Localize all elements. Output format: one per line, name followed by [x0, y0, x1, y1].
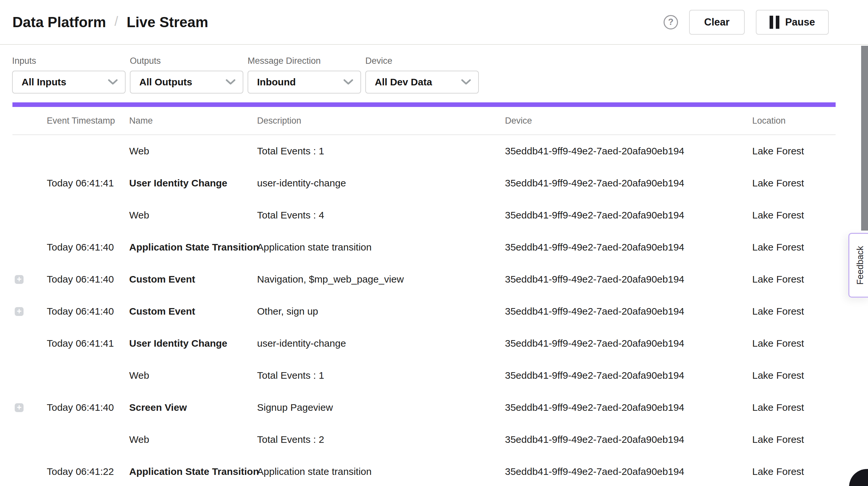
chevron-down-icon: [343, 79, 353, 85]
table-row[interactable]: Today 06:41:22 Application State Transit…: [0, 456, 868, 486]
cell-name: Web: [129, 370, 257, 381]
filter-group: Message Direction Inbound: [248, 56, 361, 94]
vertical-scrollbar-thumb[interactable]: [861, 46, 868, 231]
cell-name: Custom Event: [129, 306, 257, 317]
help-icon[interactable]: ?: [663, 15, 678, 29]
dropdown-selected-value: Inbound: [257, 77, 296, 88]
chevron-down-icon: [461, 79, 471, 85]
cell-description: Total Events : 1: [257, 146, 505, 157]
cell-location: Lake Forest: [752, 210, 868, 221]
clear-button[interactable]: Clear: [689, 10, 745, 35]
cell-description: Application state transition: [257, 466, 505, 477]
cell-name: Application State Transition: [129, 242, 257, 253]
cell-name: User Identity Change: [129, 178, 257, 189]
table-row[interactable]: Today 06:41:40 Custom Event Other, sign …: [0, 295, 868, 327]
expand-row-button[interactable]: [15, 307, 24, 316]
page-title: Live Stream: [127, 14, 208, 30]
chevron-down-icon: [226, 79, 236, 85]
cell-event-timestamp: Today 06:41:41: [47, 338, 129, 349]
table-row[interactable]: Today 06:41:40 Screen View Signup Pagevi…: [0, 392, 868, 424]
filter-dropdown-device[interactable]: All Dev Data: [365, 71, 479, 94]
cell-description: Total Events : 1: [257, 370, 505, 381]
column-header-device: Device: [505, 116, 752, 126]
table-row[interactable]: Today 06:41:41 User Identity Change user…: [0, 327, 868, 359]
cell-location: Lake Forest: [752, 146, 868, 157]
cell-device: 35eddb41-9ff9-49e2-7aed-20afa90eb194: [505, 178, 752, 189]
cell-device: 35eddb41-9ff9-49e2-7aed-20afa90eb194: [505, 402, 752, 413]
column-header-name: Name: [129, 116, 257, 126]
cell-name: Web: [129, 434, 257, 445]
cell-location: Lake Forest: [752, 402, 868, 413]
filter-label: Inputs: [12, 56, 126, 66]
cell-event-timestamp: Today 06:41:40: [47, 274, 129, 285]
cell-event-timestamp: Today 06:41:40: [47, 402, 129, 413]
cell-device: 35eddb41-9ff9-49e2-7aed-20afa90eb194: [505, 274, 752, 285]
feedback-tab[interactable]: Feedback: [848, 233, 868, 298]
dropdown-selected-value: All Inputs: [22, 77, 66, 88]
breadcrumb-root[interactable]: Data Platform: [12, 14, 106, 30]
filter-label: Device: [365, 56, 479, 66]
pause-button[interactable]: Pause: [756, 10, 829, 35]
breadcrumb: Data Platform / Live Stream: [12, 14, 208, 30]
cell-location: Lake Forest: [752, 466, 868, 477]
table-row[interactable]: Today 06:41:41 User Identity Change user…: [0, 167, 868, 199]
cell-device: 35eddb41-9ff9-49e2-7aed-20afa90eb194: [505, 370, 752, 381]
cell-device: 35eddb41-9ff9-49e2-7aed-20afa90eb194: [505, 242, 752, 253]
feedback-tab-label: Feedback: [855, 246, 865, 285]
cell-name: Web: [129, 146, 257, 157]
stream-progress-bar: [12, 102, 836, 107]
cell-name: Application State Transition: [129, 466, 257, 477]
cell-location: Lake Forest: [752, 178, 868, 189]
cell-description: user-identity-change: [257, 338, 505, 349]
cell-description: Navigation, $mp_web_page_view: [257, 274, 505, 285]
table-row[interactable]: Web Total Events : 4 35eddb41-9ff9-49e2-…: [0, 199, 868, 231]
cell-name: Screen View: [129, 402, 257, 413]
cell-device: 35eddb41-9ff9-49e2-7aed-20afa90eb194: [505, 338, 752, 349]
cell-description: Total Events : 4: [257, 210, 505, 221]
expand-row-button[interactable]: [15, 403, 24, 412]
dropdown-selected-value: All Outputs: [139, 77, 192, 88]
expand-row-button[interactable]: [15, 275, 24, 284]
table-row[interactable]: Web Total Events : 2 35eddb41-9ff9-49e2-…: [0, 424, 868, 456]
cell-name: Custom Event: [129, 274, 257, 285]
header-actions: ? Clear Pause: [663, 10, 868, 35]
filter-group: Device All Dev Data: [365, 56, 479, 94]
column-header-event-timestamp: Event Timestamp: [47, 116, 129, 126]
cell-event-timestamp: Today 06:41:40: [47, 306, 129, 317]
filter-dropdown-inputs[interactable]: All Inputs: [12, 71, 126, 94]
filter-group: Outputs All Outputs: [130, 56, 243, 94]
cell-description: Other, sign up: [257, 306, 505, 317]
filter-dropdown-outputs[interactable]: All Outputs: [130, 71, 243, 94]
chevron-down-icon: [108, 79, 118, 85]
cell-location: Lake Forest: [752, 434, 868, 445]
filter-label: Outputs: [130, 56, 243, 66]
table-row[interactable]: Web Total Events : 1 35eddb41-9ff9-49e2-…: [0, 359, 868, 392]
cell-device: 35eddb41-9ff9-49e2-7aed-20afa90eb194: [505, 306, 752, 317]
cell-event-timestamp: Today 06:41:41: [47, 178, 129, 189]
pause-icon: [770, 16, 779, 29]
table-row[interactable]: Today 06:41:40 Application State Transit…: [0, 231, 868, 263]
table-row[interactable]: Today 06:41:40 Custom Event Navigation, …: [0, 263, 868, 295]
cell-description: Signup Pageview: [257, 402, 505, 413]
cell-location: Lake Forest: [752, 370, 868, 381]
cell-name: User Identity Change: [129, 338, 257, 349]
table-header-row: Event Timestamp Name Description Device …: [0, 107, 868, 134]
cell-description: Total Events : 2: [257, 434, 505, 445]
cell-event-timestamp: Today 06:41:22: [47, 466, 129, 477]
filter-bar: Inputs All Inputs Outputs All Outputs Me…: [0, 45, 868, 94]
filter-dropdown-message-direction[interactable]: Inbound: [248, 71, 361, 94]
column-header-description: Description: [257, 116, 505, 126]
cell-device: 35eddb41-9ff9-49e2-7aed-20afa90eb194: [505, 466, 752, 477]
cell-location: Lake Forest: [752, 306, 868, 317]
page-header: Data Platform / Live Stream ? Clear Paus…: [0, 0, 868, 45]
cell-device: 35eddb41-9ff9-49e2-7aed-20afa90eb194: [505, 210, 752, 221]
cell-description: user-identity-change: [257, 178, 505, 189]
column-header-location: Location: [752, 116, 868, 126]
cell-event-timestamp: Today 06:41:40: [47, 242, 129, 253]
event-table-body: Web Total Events : 1 35eddb41-9ff9-49e2-…: [0, 135, 868, 486]
dropdown-selected-value: All Dev Data: [375, 77, 432, 88]
filter-group: Inputs All Inputs: [12, 56, 126, 94]
table-row[interactable]: Web Total Events : 1 35eddb41-9ff9-49e2-…: [0, 135, 868, 167]
cell-description: Application state transition: [257, 242, 505, 253]
cell-name: Web: [129, 210, 257, 221]
